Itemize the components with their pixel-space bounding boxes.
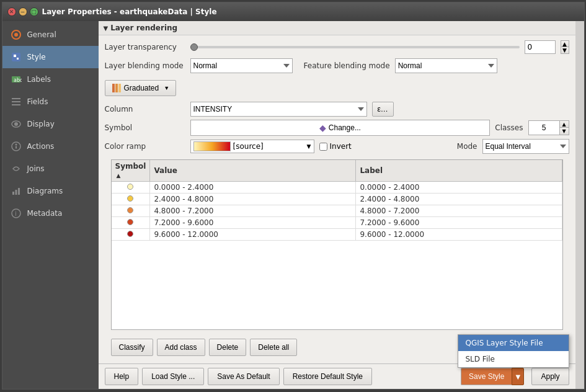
table-row[interactable]: 9.6000 - 12.0000 9.6000 - 12.0000 — [112, 229, 562, 241]
symbol-label: Symbol — [105, 123, 185, 132]
transparency-slider-container — [190, 46, 520, 48]
sidebar-label-joins: Joins — [27, 164, 45, 173]
dropdown-item-qgis[interactable]: QGIS Layer Style File — [458, 335, 569, 351]
table-row[interactable]: 0.0000 - 2.4000 0.0000 - 2.4000 — [112, 182, 562, 194]
layer-blending-select[interactable]: Normal — [190, 58, 293, 73]
diagrams-icon — [10, 185, 22, 197]
sidebar-item-joins[interactable]: Joins — [2, 158, 99, 180]
sidebar-label-labels: Labels — [27, 75, 51, 84]
transparency-spin-down[interactable]: ▼ — [561, 47, 569, 54]
table-row[interactable]: 4.8000 - 7.2000 4.8000 - 7.2000 — [112, 205, 562, 217]
save-style-arrow[interactable]: ▼ — [512, 368, 524, 385]
add-class-button[interactable]: Add class — [157, 339, 205, 356]
save-as-default-button[interactable]: Save As Default — [208, 368, 279, 385]
save-style-dropdown: QGIS Layer Style File SLD File — [458, 334, 569, 368]
classify-button[interactable]: Classify — [111, 339, 153, 356]
symbol-cell — [112, 229, 150, 241]
save-style-button[interactable]: Save Style — [461, 368, 512, 385]
minimize-button[interactable]: − — [19, 7, 27, 16]
sidebar-item-general[interactable]: General — [2, 24, 99, 46]
blending-label: Layer blending mode — [105, 61, 185, 70]
col-value: Value — [150, 160, 356, 182]
transparency-row: Layer transparency 0 ▲ ▼ — [105, 39, 569, 55]
actions-icon — [10, 140, 22, 153]
symbol-table: Symbol ▲ Value Label 0.0000 - 2.4000 0.0… — [112, 160, 562, 241]
sort-arrow-symbol[interactable]: ▲ — [117, 172, 121, 179]
symbol-cell — [112, 194, 150, 205]
graduated-dropdown-arrow: ▼ — [164, 85, 169, 91]
apply-button[interactable]: Apply — [531, 368, 569, 385]
delete-button[interactable]: Delete — [209, 339, 247, 356]
label-cell: 9.6000 - 12.0000 — [356, 229, 562, 241]
epsilon-button[interactable]: ε… — [372, 102, 394, 117]
invert-checkbox[interactable] — [319, 143, 327, 151]
graduated-icon — [112, 83, 122, 93]
sidebar-item-display[interactable]: Display — [2, 113, 99, 135]
symbol-dot — [127, 207, 133, 213]
symbol-cell — [112, 217, 150, 229]
svg-point-11 — [14, 122, 18, 126]
sidebar-item-actions[interactable]: Actions — [2, 135, 99, 158]
value-cell: 7.2000 - 9.6000 — [150, 217, 356, 229]
svg-rect-17 — [18, 188, 20, 195]
sidebar-item-fields[interactable]: Fields — [2, 91, 99, 113]
transparency-label: Layer transparency — [105, 43, 185, 51]
form-area: Layer transparency 0 ▲ ▼ Layer blending … — [99, 35, 575, 363]
symbol-cell — [112, 182, 150, 194]
svg-rect-22 — [118, 84, 121, 92]
svg-text:abc: abc — [14, 78, 22, 83]
sidebar-label-fields: Fields — [27, 97, 48, 106]
transparency-value[interactable]: 0 — [525, 40, 556, 54]
restore-default-button[interactable]: Restore Default Style — [283, 368, 372, 385]
svg-rect-8 — [12, 101, 20, 102]
classes-up[interactable]: ▲ — [559, 120, 569, 128]
column-select[interactable]: INTENSITY — [190, 102, 367, 117]
symbol-dot — [127, 195, 133, 202]
label-cell: 4.8000 - 7.2000 — [356, 205, 562, 217]
value-cell: 4.8000 - 7.2000 — [150, 205, 356, 217]
sidebar-item-style[interactable]: Style — [2, 46, 99, 68]
symbol-dot — [127, 219, 133, 225]
value-cell: 2.4000 - 4.8000 — [150, 194, 356, 205]
transparency-spin-up[interactable]: ▲ — [561, 40, 569, 47]
change-symbol-button[interactable]: ◆ Change... — [190, 120, 491, 136]
svg-rect-14 — [16, 146, 17, 149]
column-label: Column — [105, 105, 185, 114]
general-icon — [10, 29, 22, 41]
colorramp-row: Color ramp [source] ▼ Invert Mode Equal … — [105, 138, 569, 154]
column-row: Column INTENSITY ε… — [105, 101, 569, 117]
feature-blending-select[interactable]: Normal — [395, 58, 497, 73]
label-cell: 2.4000 - 4.8000 — [356, 194, 562, 205]
sidebar-item-labels[interactable]: abc Labels — [2, 68, 99, 91]
collapse-arrow[interactable]: ▼ — [104, 25, 109, 32]
load-style-button[interactable]: Load Style ... — [142, 368, 204, 385]
classes-down[interactable]: ▼ — [559, 128, 569, 135]
joins-icon — [10, 163, 22, 175]
close-button[interactable]: ✕ — [7, 7, 16, 16]
sidebar-label-metadata: Metadata — [27, 209, 63, 218]
colorramp-value: [source] — [233, 142, 264, 151]
delete-all-button[interactable]: Delete all — [250, 339, 297, 356]
scrollbar-area — [575, 21, 584, 389]
mode-label: Mode — [457, 142, 477, 151]
sidebar-item-diagrams[interactable]: Diagrams — [2, 180, 99, 202]
sidebar-item-metadata[interactable]: i Metadata — [2, 202, 99, 225]
style-icon — [10, 51, 22, 63]
table-row[interactable]: 2.4000 - 4.8000 2.4000 - 4.8000 — [112, 194, 562, 205]
display-icon — [10, 118, 22, 130]
maximize-button[interactable]: □ — [30, 7, 38, 16]
sidebar-label-style: Style — [27, 53, 46, 61]
transparency-slider[interactable] — [190, 46, 520, 48]
layer-rendering-label: Layer rendering — [110, 24, 177, 32]
table-row[interactable]: 7.2000 - 9.6000 7.2000 - 9.6000 — [112, 217, 562, 229]
dropdown-item-sld[interactable]: SLD File — [458, 351, 569, 367]
help-button[interactable]: Help — [105, 368, 139, 385]
symbol-row: Symbol ◆ Change... Classes ▲ ▼ — [105, 120, 569, 136]
graduated-button[interactable]: Graduated ▼ — [105, 80, 177, 96]
mode-select[interactable]: Equal Interval — [482, 139, 569, 154]
labels-icon: abc — [10, 73, 22, 86]
svg-rect-7 — [12, 98, 20, 99]
classes-input[interactable] — [528, 120, 559, 135]
colorramp-select[interactable]: [source] ▼ — [190, 140, 314, 153]
col-symbol: Symbol ▲ — [112, 160, 150, 182]
